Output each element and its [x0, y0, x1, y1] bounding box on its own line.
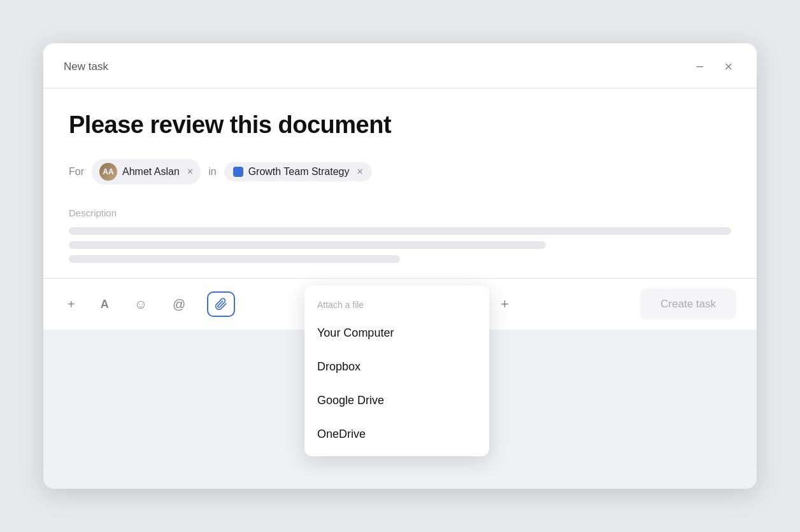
- assignee-avatar: AA: [99, 163, 117, 181]
- in-label: in: [208, 166, 216, 178]
- project-name: Growth Team Strategy: [248, 166, 350, 178]
- modal: New task − × Please review this document…: [43, 43, 757, 489]
- attach-dropbox-item[interactable]: Dropbox: [304, 350, 489, 384]
- task-title: Please review this document: [69, 111, 731, 139]
- assignee-remove-icon[interactable]: ×: [187, 167, 193, 177]
- attach-googledrive-item[interactable]: Google Drive: [304, 384, 489, 417]
- footer-left: + A ☺ @: [64, 291, 235, 317]
- mention-button[interactable]: @: [169, 293, 189, 316]
- attach-dropdown: Attach a file Your Computer Dropbox Goog…: [304, 286, 489, 456]
- text-format-button[interactable]: A: [97, 294, 113, 315]
- modal-controls: − ×: [692, 59, 736, 75]
- attach-button[interactable]: [207, 291, 235, 317]
- emoji-button[interactable]: ☺: [131, 293, 151, 316]
- create-task-button[interactable]: Create task: [640, 289, 736, 319]
- for-row: For AA Ahmet Aslan × in Growth Team Stra…: [69, 159, 731, 185]
- plus-icon: +: [68, 297, 75, 312]
- project-remove-icon[interactable]: ×: [357, 167, 363, 177]
- attach-computer-item[interactable]: Your Computer: [304, 316, 489, 350]
- description-section: Description: [69, 207, 731, 263]
- project-chip[interactable]: Growth Team Strategy ×: [224, 162, 372, 181]
- assignee-chip[interactable]: AA Ahmet Aslan ×: [92, 159, 201, 185]
- close-button[interactable]: ×: [720, 59, 736, 75]
- description-lines: [69, 227, 731, 263]
- dropdown-header: Attach a file: [304, 291, 489, 316]
- emoji-icon: ☺: [134, 297, 147, 312]
- assignee-name: Ahmet Aslan: [122, 166, 180, 178]
- project-color-dot: [233, 167, 243, 177]
- attach-onedrive-item[interactable]: OneDrive: [304, 417, 489, 451]
- desc-line-2: [69, 241, 546, 249]
- modal-header: New task − ×: [43, 43, 757, 88]
- modal-title: New task: [64, 60, 108, 73]
- mention-icon: @: [173, 297, 185, 312]
- modal-body: Please review this document For AA Ahmet…: [43, 88, 757, 278]
- description-label: Description: [69, 207, 731, 218]
- desc-line-1: [69, 227, 731, 235]
- minimize-button[interactable]: −: [692, 59, 708, 75]
- add-member-button[interactable]: +: [501, 296, 509, 312]
- text-icon: A: [101, 298, 109, 311]
- add-icon-button[interactable]: +: [64, 293, 79, 316]
- attach-icon: [215, 298, 227, 311]
- for-label: For: [69, 166, 84, 178]
- desc-line-3: [69, 255, 400, 263]
